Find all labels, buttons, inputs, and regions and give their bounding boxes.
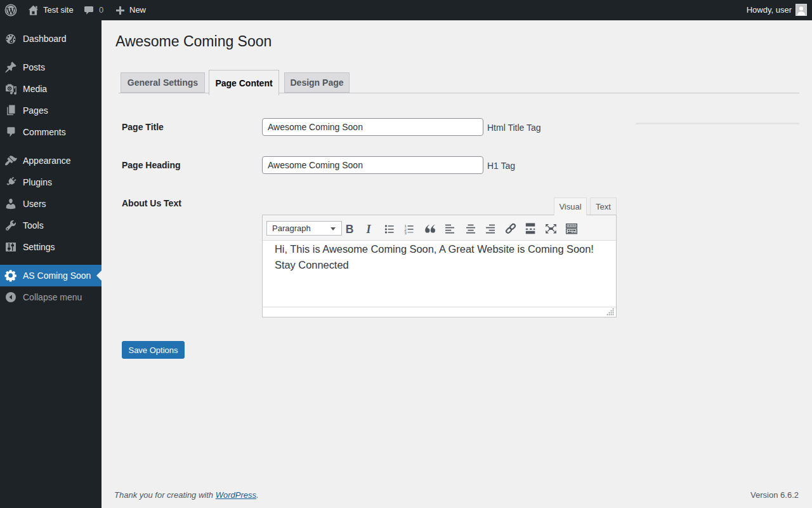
svg-text:3: 3 — [405, 231, 407, 235]
svg-text:B: B — [346, 222, 354, 235]
svg-text:I: I — [365, 222, 371, 235]
